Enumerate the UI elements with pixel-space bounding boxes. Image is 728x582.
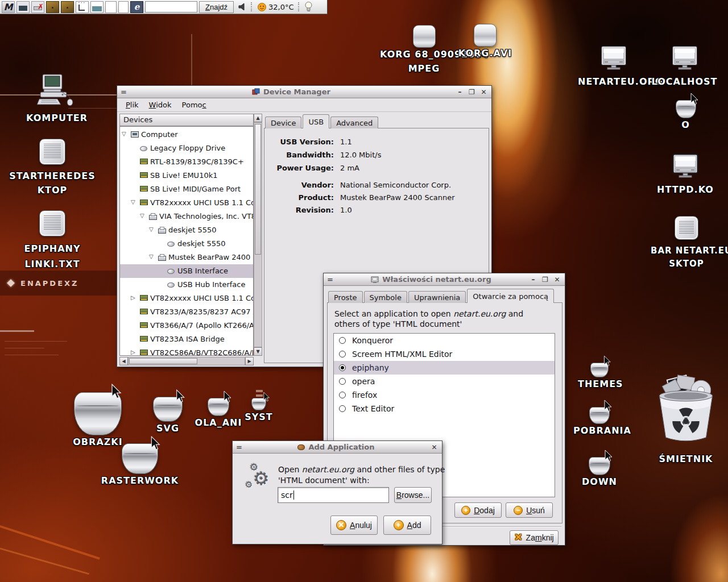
close-button[interactable]: ✕ bbox=[430, 443, 439, 451]
epiphany-browser-icon[interactable]: e bbox=[130, 1, 143, 13]
add-application-titlebar[interactable]: = Add Application ✕ bbox=[233, 441, 442, 454]
plot-applet-icon[interactable] bbox=[76, 1, 89, 13]
expander-open-icon[interactable] bbox=[140, 213, 144, 219]
close-dialog-button[interactable]: ✕ Zamknij bbox=[510, 530, 559, 545]
desktop-icon-localhost[interactable]: LOCALHOST bbox=[649, 45, 720, 89]
expander-open-icon[interactable] bbox=[122, 131, 126, 137]
radio-icon[interactable] bbox=[339, 392, 346, 398]
tree-row[interactable]: deskjet 5550 bbox=[120, 223, 253, 237]
tree-row[interactable]: deskjet 5550 bbox=[120, 237, 253, 251]
maximize-button[interactable]: ❐ bbox=[468, 88, 476, 96]
radio-icon[interactable] bbox=[339, 351, 346, 357]
blank-applet-icon[interactable] bbox=[118, 1, 129, 13]
weather-smiley-icon[interactable] bbox=[257, 2, 267, 12]
desktop-icon-starthere-desktop[interactable]: STARTHEREDES KTOP bbox=[5, 139, 100, 198]
app-option-screem[interactable]: Screem HTML/XML Editor bbox=[334, 347, 555, 361]
tab-usb[interactable]: USB bbox=[303, 114, 329, 128]
drawer-icon[interactable] bbox=[61, 1, 74, 13]
tree-row[interactable]: VT82xxxxx UHCI USB 1.1 Contr bbox=[120, 292, 253, 305]
desktop-icon-korg-avi[interactable]: KORG.AVI bbox=[454, 24, 516, 61]
tab-proste[interactable]: Proste bbox=[328, 291, 363, 303]
system-monitor-icon[interactable] bbox=[16, 1, 30, 13]
tree-row[interactable]: VT8233A ISA Bridge bbox=[120, 332, 253, 346]
vertical-scrollbar[interactable] bbox=[254, 122, 262, 347]
tab-symbole[interactable]: Symbole bbox=[364, 291, 407, 303]
app-option-konqueror[interactable]: Konqueror bbox=[334, 334, 555, 347]
desktop-icon-o[interactable]: O bbox=[664, 100, 707, 132]
expander-closed-icon[interactable] bbox=[131, 349, 135, 355]
radio-selected-icon[interactable] bbox=[339, 364, 346, 371]
radio-icon[interactable] bbox=[339, 378, 346, 385]
add-button[interactable]: + Add bbox=[383, 516, 431, 535]
scroll-right-arrow[interactable]: ▶ bbox=[245, 357, 254, 365]
remove-application-button[interactable]: − Usuń bbox=[506, 502, 553, 518]
app-option-firefox[interactable]: firefox bbox=[334, 388, 555, 402]
maximize-button[interactable]: ❐ bbox=[541, 276, 549, 284]
tree-row[interactable]: RTL-8139/8139C/8139C+ bbox=[120, 155, 253, 169]
tree-row[interactable]: VT8233/A/8235/8237 AC97 Au bbox=[120, 305, 253, 319]
tab-advanced[interactable]: Advanced bbox=[330, 117, 378, 128]
tree-row[interactable]: USB Hub Interface bbox=[120, 278, 253, 292]
desktop-icon-obrazki[interactable]: OBRAZKI bbox=[64, 392, 132, 450]
scrollbar-thumb[interactable] bbox=[255, 124, 261, 255]
scrollbar-thumb[interactable] bbox=[129, 358, 197, 364]
app-option-epi​phany-selected[interactable]: epiphany bbox=[334, 361, 555, 375]
tree-row[interactable]: VIA Technologies, Inc. VT82 bbox=[120, 210, 253, 223]
desktop-icon-bar-netart-desktop[interactable]: BAR NETART.EU.DE SKTOP bbox=[651, 216, 722, 271]
app-option-text-editor[interactable]: Text Editor bbox=[334, 402, 555, 415]
desktop-icon-syst[interactable]: SYST bbox=[241, 398, 276, 425]
expander-open-icon[interactable] bbox=[131, 199, 135, 205]
desktop-icon-rasterwork[interactable]: RASTERWORK bbox=[100, 443, 180, 488]
lamp-bulb-icon[interactable] bbox=[304, 1, 313, 13]
window-menu-icon[interactable]: = bbox=[121, 89, 127, 95]
tab-device[interactable]: Device bbox=[265, 117, 301, 128]
desktop-icon-svg[interactable]: SVG bbox=[143, 397, 192, 436]
add-application-button[interactable]: + Dodaj bbox=[454, 502, 502, 518]
device-tree[interactable]: Computer Legacy Floppy Drive RTL-8139/81… bbox=[119, 126, 254, 356]
device-manager-titlebar[interactable]: = Device Manager – ❐ ✕ bbox=[117, 86, 491, 98]
scroll-up-arrow[interactable]: ▲ bbox=[254, 114, 262, 122]
tab-uprawnienia[interactable]: Uprawnienia bbox=[408, 291, 466, 303]
expander-open-icon[interactable] bbox=[149, 226, 154, 232]
tree-row[interactable]: VT82C586A/B/VT82C686/A/B bbox=[120, 346, 253, 356]
drawer-icon[interactable] bbox=[46, 1, 59, 13]
desktop-icon-ola-ani[interactable]: OLA_ANI bbox=[192, 398, 245, 430]
properties-titlebar[interactable]: = Właściwości netart.eu.org – ❐ ✕ bbox=[324, 273, 565, 286]
tab-otwarcie-za-pomoca[interactable]: Otwarcie za pomocą bbox=[467, 289, 554, 303]
menu-widok[interactable]: Widok bbox=[144, 99, 177, 111]
desktop-icon-smietnik-trash[interactable]: ŚMIETNIK bbox=[648, 373, 723, 467]
radio-icon[interactable] bbox=[339, 405, 346, 412]
tree-row[interactable]: VT82xxxxx UHCI USB 1.1 Contr bbox=[120, 196, 253, 210]
minimize-button[interactable]: – bbox=[456, 88, 464, 96]
desktop-icon-netart-eu-org[interactable]: NETARTEU.ORG bbox=[578, 45, 649, 89]
devices-column-header[interactable]: Devices bbox=[119, 114, 254, 126]
tree-row[interactable]: SB Live! MIDI/Game Port bbox=[120, 182, 253, 196]
close-button[interactable]: ✕ bbox=[553, 276, 561, 284]
menu-plik[interactable]: Plik bbox=[121, 99, 144, 111]
scroll-down-arrow[interactable]: ▼ bbox=[254, 347, 262, 356]
desktop-icon-komputer[interactable]: KOMPUTER bbox=[20, 74, 94, 126]
window-menu-icon[interactable]: = bbox=[236, 444, 242, 450]
tree-row-usb-interface-selected[interactable]: USB Interface bbox=[120, 264, 253, 278]
desktop-icon-httpd-ko[interactable]: HTTPD.KO bbox=[652, 153, 719, 197]
panel-search-input[interactable] bbox=[145, 1, 197, 13]
menu-pomoc[interactable]: Pomoc bbox=[177, 99, 212, 111]
main-menu-m-logo-icon[interactable]: M bbox=[2, 1, 15, 13]
volume-speaker-icon[interactable] bbox=[238, 2, 247, 11]
printer-error-icon[interactable] bbox=[31, 1, 44, 13]
tree-row-computer[interactable]: Computer bbox=[120, 128, 253, 142]
desktop-icon-themes[interactable]: THEMES bbox=[578, 363, 621, 392]
desktop-icon-down[interactable]: DOWN bbox=[577, 457, 622, 489]
expander-open-icon[interactable] bbox=[149, 253, 154, 260]
expander-closed-icon[interactable] bbox=[131, 294, 135, 301]
browse-button[interactable]: Browse... bbox=[394, 487, 432, 503]
panel-search-button[interactable]: Znajdź bbox=[199, 1, 234, 13]
cancel-button[interactable]: ✕ Anuluj bbox=[330, 516, 378, 535]
tree-row[interactable]: Mustek BearPaw 2400 Sc bbox=[120, 251, 253, 264]
app-option-opera[interactable]: opera bbox=[334, 375, 555, 388]
blank-applet-icon[interactable] bbox=[105, 1, 117, 13]
minimize-button[interactable]: – bbox=[529, 276, 537, 284]
application-command-input[interactable]: scr bbox=[278, 487, 389, 503]
tree-row[interactable]: SB Live! EMU10k1 bbox=[120, 169, 253, 182]
window-menu-icon[interactable]: = bbox=[327, 277, 333, 282]
